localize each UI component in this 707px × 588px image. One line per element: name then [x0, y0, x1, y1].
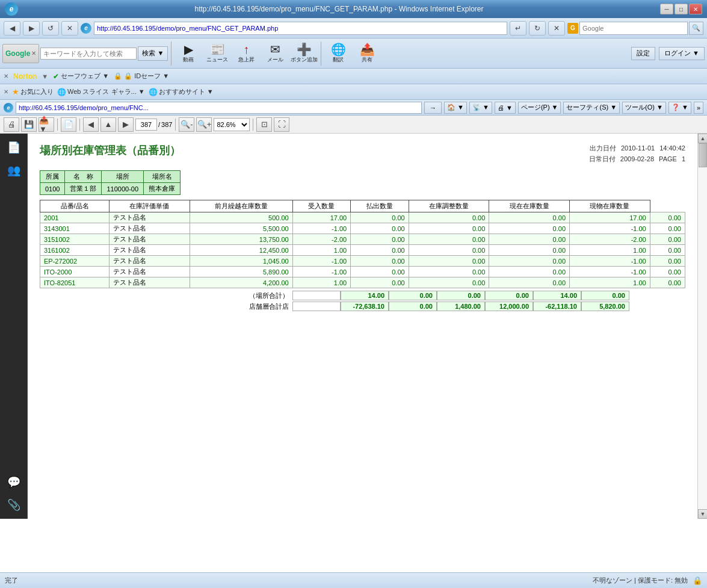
- data-table: 品番/品名 在庫評価単価 前月繰越在庫数量 受入数量 払出数量 在庫調整数量 現…: [40, 200, 685, 288]
- web-slices-button[interactable]: 🌐 Web スライス ギャラ... ▼: [57, 87, 145, 96]
- maximize-button[interactable]: □: [675, 4, 688, 14]
- cell-issued: 0.00: [409, 212, 489, 223]
- safety-button[interactable]: セーフティ(S) ▼: [563, 102, 620, 114]
- video-button[interactable]: ▶ 動画: [174, 40, 202, 67]
- fit-page-button[interactable]: ⊡: [256, 117, 272, 132]
- zoom-in-button[interactable]: 🔍+: [196, 117, 212, 132]
- cell-received: 0.00: [351, 234, 409, 245]
- toolbar-separator-2: [321, 42, 321, 66]
- login-button[interactable]: ログイン ▼: [659, 47, 705, 60]
- sidebar-chat-icon[interactable]: 💬: [5, 473, 23, 491]
- rss-button[interactable]: 📡 ▼: [469, 102, 492, 114]
- cell-physical: 0.00: [650, 223, 685, 234]
- add-button-btn[interactable]: ➕ ボタン追加: [290, 40, 318, 67]
- save-button[interactable]: 💾: [21, 117, 37, 132]
- expand-button[interactable]: »: [694, 102, 703, 114]
- norton-close-icon[interactable]: ✕: [4, 73, 8, 79]
- scroll-thumb[interactable]: [699, 143, 707, 167]
- prev-page-button[interactable]: ◀: [83, 117, 99, 132]
- send-button[interactable]: 📤 ▼: [39, 117, 54, 132]
- google-search-input[interactable]: [579, 22, 688, 35]
- translate-button[interactable]: 🌐 翻訳: [324, 40, 352, 67]
- toolbar-search-button[interactable]: 検索 ▼: [138, 46, 168, 61]
- view-sep-3: [175, 119, 176, 131]
- cell-issued: 0.00: [409, 245, 489, 256]
- norton-idsafe-item[interactable]: 🔒 🔒 IDセーフ ▼: [114, 72, 169, 81]
- google-toolbar-section: Google ✕: [2, 44, 39, 63]
- toolbar-search-input[interactable]: [40, 48, 137, 60]
- scroll-up-button[interactable]: ▲: [698, 134, 707, 143]
- sidebar-clip-icon[interactable]: 📎: [5, 496, 23, 514]
- grand-total-issued: 1,480.00: [437, 302, 485, 311]
- second-address-input[interactable]: [16, 102, 422, 114]
- view-sep-2: [79, 119, 80, 131]
- google-icon: G: [567, 23, 578, 34]
- cell-adjusted: 0.00: [489, 256, 570, 267]
- share-button[interactable]: 📤 共有: [353, 40, 381, 67]
- home-button[interactable]: 🏠 ▼: [444, 102, 467, 114]
- header-col3: 受入数量: [292, 200, 350, 212]
- minimize-button[interactable]: ─: [660, 4, 673, 14]
- cell-id: 3161002: [40, 245, 110, 256]
- fullscreen-button[interactable]: ⛶: [274, 117, 289, 132]
- sidebar-users-icon[interactable]: 👥: [5, 161, 23, 179]
- print-button[interactable]: 🖨 ▼: [495, 102, 516, 114]
- news-button[interactable]: 📰 ニュース: [203, 40, 231, 67]
- cell-issued: 0.00: [409, 277, 489, 288]
- page-input[interactable]: [135, 119, 157, 131]
- address-stop-button[interactable]: ✕: [548, 21, 565, 36]
- right-scrollbar: ▲ ▼: [697, 134, 707, 519]
- filter-table: 所属 名 称 場所 場所名 0100 営業１部 110000-00 熊本倉庫: [40, 170, 181, 195]
- norton-safeweb-item[interactable]: ✔ セーフウェブ ▼: [53, 72, 109, 81]
- cell-physical: 0.00: [650, 267, 685, 277]
- filter-header-col3: 場所: [102, 171, 144, 183]
- next-page-button[interactable]: ▶: [118, 117, 134, 132]
- loc-total-received: 0.00: [389, 291, 437, 300]
- header-col0: 品番/品名: [40, 200, 110, 212]
- recommended-icon: 🌐: [149, 88, 158, 96]
- page-separator: /: [158, 121, 160, 128]
- sidebar-document-icon[interactable]: 📄: [5, 138, 23, 156]
- settings-button[interactable]: 設定: [631, 47, 655, 60]
- fav-close-icon[interactable]: ✕: [4, 88, 8, 95]
- second-address-go[interactable]: →: [424, 102, 442, 114]
- report-meta: 出力日付 2010-11-01 14:40:42 日常日付 2009-02-28…: [589, 143, 685, 164]
- ie-logo: e: [5, 2, 18, 16]
- scroll-track[interactable]: [698, 143, 707, 509]
- star-icon: ★: [12, 87, 19, 96]
- recommended-button[interactable]: 🌐 おすすめサイト ▼: [149, 87, 214, 96]
- close-toolbar-icon[interactable]: ✕: [31, 50, 36, 57]
- page-button[interactable]: ページ(P) ▼: [518, 102, 561, 114]
- zoom-select[interactable]: 82.6%: [214, 118, 250, 131]
- back-button[interactable]: ◀: [4, 21, 20, 36]
- help-button[interactable]: ❓ ▼: [668, 102, 691, 114]
- report-title: 場所別在庫管理表（品番別）: [40, 143, 181, 158]
- norton-idsafe-label: 🔒 IDセーフ ▼: [124, 72, 169, 81]
- cell-adjusted: 0.00: [489, 212, 570, 223]
- stop-button[interactable]: ✕: [61, 21, 78, 36]
- cell-unit: 12,450.00: [190, 245, 292, 256]
- refresh-button[interactable]: ↺: [42, 21, 59, 36]
- google-search-button[interactable]: 🔍: [689, 22, 703, 35]
- scan-button[interactable]: 📄: [61, 117, 76, 132]
- scroll-down-button[interactable]: ▼: [698, 509, 707, 519]
- mail-button[interactable]: ✉ メール: [261, 40, 289, 67]
- norton-lock-icon: 🔒: [114, 72, 122, 80]
- close-button[interactable]: ✕: [689, 4, 702, 14]
- tools-button[interactable]: ツール(O) ▼: [622, 102, 666, 114]
- address-input[interactable]: [94, 22, 507, 35]
- up-button[interactable]: ▲: [100, 117, 116, 132]
- zoom-out-button[interactable]: 🔍-: [179, 117, 194, 132]
- forward-button[interactable]: ▶: [23, 21, 40, 36]
- print-view-button[interactable]: 🖨: [4, 117, 19, 132]
- table-header-row: 品番/品名 在庫評価単価 前月繰越在庫数量 受入数量 払出数量 在庫調整数量 現…: [40, 200, 685, 212]
- header-col2: 前月繰越在庫数量: [190, 200, 292, 212]
- address-go-button[interactable]: ↵: [510, 21, 526, 36]
- table-row: 2001テスト品名500.0017.000.000.000.0017.000.0…: [40, 212, 685, 223]
- trending-button[interactable]: ↑ 急上昇: [232, 40, 260, 67]
- translate-label: 翻訳: [333, 56, 344, 64]
- address-refresh-button[interactable]: ↻: [529, 21, 546, 36]
- title-bar-text: http://60.45.196.195/demo/pro_menu/FNC_G…: [18, 5, 660, 13]
- favorites-button[interactable]: ★ お気に入り: [12, 87, 54, 96]
- grand-total-current: -62,118.10: [533, 302, 581, 311]
